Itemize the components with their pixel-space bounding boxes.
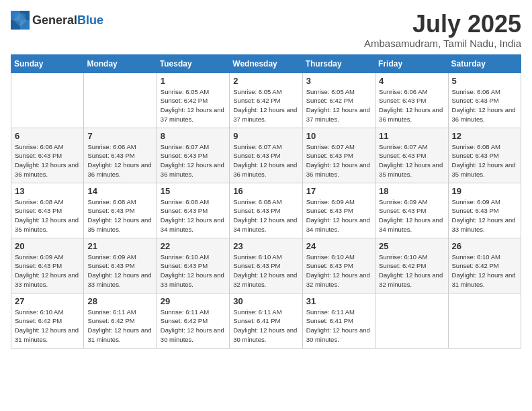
day-number: 29 [161, 296, 226, 306]
day-number: 12 [452, 131, 517, 141]
calendar-cell: 10Sunrise: 6:07 AMSunset: 6:43 PMDayligh… [302, 128, 375, 183]
calendar-cell: 21Sunrise: 6:09 AMSunset: 6:43 PMDayligh… [84, 238, 157, 293]
calendar-cell [11, 73, 84, 128]
calendar-week-5: 27Sunrise: 6:10 AMSunset: 6:42 PMDayligh… [11, 293, 521, 348]
calendar-cell: 6Sunrise: 6:06 AMSunset: 6:43 PMDaylight… [11, 128, 84, 183]
day-number: 18 [379, 186, 444, 196]
calendar-week-1: 1Sunrise: 6:05 AMSunset: 6:42 PMDaylight… [11, 73, 521, 128]
day-info: Sunrise: 6:10 AMSunset: 6:43 PMDaylight:… [233, 253, 297, 288]
calendar-cell: 1Sunrise: 6:05 AMSunset: 6:42 PMDaylight… [157, 73, 229, 128]
day-info: Sunrise: 6:09 AMSunset: 6:43 PMDaylight:… [87, 253, 151, 288]
day-number: 14 [87, 186, 152, 196]
day-info: Sunrise: 6:11 AMSunset: 6:42 PMDaylight:… [87, 308, 151, 343]
calendar-cell: 18Sunrise: 6:09 AMSunset: 6:43 PMDayligh… [375, 183, 448, 238]
calendar-cell: 13Sunrise: 6:08 AMSunset: 6:43 PMDayligh… [11, 183, 84, 238]
day-info: Sunrise: 6:06 AMSunset: 6:43 PMDaylight:… [452, 88, 516, 123]
day-number: 31 [306, 296, 371, 306]
day-info: Sunrise: 6:10 AMSunset: 6:42 PMDaylight:… [379, 253, 443, 288]
day-info: Sunrise: 6:08 AMSunset: 6:43 PMDaylight:… [161, 198, 224, 233]
day-number: 11 [379, 131, 444, 141]
calendar-cell: 23Sunrise: 6:10 AMSunset: 6:43 PMDayligh… [230, 238, 302, 293]
day-number: 23 [233, 241, 298, 251]
day-info: Sunrise: 6:09 AMSunset: 6:43 PMDaylight:… [379, 198, 443, 233]
day-info: Sunrise: 6:05 AMSunset: 6:42 PMDaylight:… [233, 88, 297, 123]
calendar-cell: 25Sunrise: 6:10 AMSunset: 6:42 PMDayligh… [375, 238, 448, 293]
calendar-cell: 16Sunrise: 6:08 AMSunset: 6:43 PMDayligh… [230, 183, 302, 238]
calendar-cell: 31Sunrise: 6:11 AMSunset: 6:41 PMDayligh… [302, 293, 375, 348]
calendar-week-2: 6Sunrise: 6:06 AMSunset: 6:43 PMDaylight… [11, 128, 521, 183]
day-info: Sunrise: 6:09 AMSunset: 6:43 PMDaylight:… [15, 253, 79, 288]
day-number: 27 [15, 296, 80, 306]
day-info: Sunrise: 6:11 AMSunset: 6:41 PMDaylight:… [306, 308, 370, 343]
day-number: 6 [15, 131, 80, 141]
calendar-cell: 14Sunrise: 6:08 AMSunset: 6:43 PMDayligh… [84, 183, 157, 238]
day-number: 15 [161, 186, 226, 196]
calendar-cell [448, 293, 521, 348]
day-number: 3 [306, 76, 371, 86]
title-block: July 2025 Ambasamudram, Tamil Nadu, Indi… [364, 11, 521, 49]
day-info: Sunrise: 6:09 AMSunset: 6:43 PMDaylight:… [306, 198, 370, 233]
day-number: 19 [452, 186, 517, 196]
weekday-header-friday: Friday [375, 54, 448, 73]
weekday-header-tuesday: Tuesday [157, 54, 229, 73]
day-number: 13 [15, 186, 80, 196]
day-info: Sunrise: 6:07 AMSunset: 6:43 PMDaylight:… [233, 143, 297, 178]
month-title: July 2025 [364, 11, 521, 38]
calendar-cell: 15Sunrise: 6:08 AMSunset: 6:43 PMDayligh… [157, 183, 229, 238]
calendar-cell: 28Sunrise: 6:11 AMSunset: 6:42 PMDayligh… [84, 293, 157, 348]
logo: GeneralBlue [11, 11, 103, 30]
day-number: 8 [161, 131, 226, 141]
day-info: Sunrise: 6:09 AMSunset: 6:43 PMDaylight:… [452, 198, 516, 233]
weekday-header-thursday: Thursday [302, 54, 375, 73]
weekday-header-wednesday: Wednesday [230, 54, 302, 73]
calendar-cell [84, 73, 157, 128]
day-number: 28 [87, 296, 152, 306]
calendar-cell: 12Sunrise: 6:08 AMSunset: 6:43 PMDayligh… [448, 128, 521, 183]
calendar-cell [375, 293, 448, 348]
day-info: Sunrise: 6:06 AMSunset: 6:43 PMDaylight:… [15, 143, 79, 178]
day-info: Sunrise: 6:11 AMSunset: 6:41 PMDaylight:… [233, 308, 297, 343]
day-info: Sunrise: 6:10 AMSunset: 6:43 PMDaylight:… [161, 253, 224, 288]
weekday-header-monday: Monday [84, 54, 157, 73]
day-number: 16 [233, 186, 298, 196]
day-number: 10 [306, 131, 371, 141]
day-info: Sunrise: 6:08 AMSunset: 6:43 PMDaylight:… [87, 198, 151, 233]
day-info: Sunrise: 6:08 AMSunset: 6:43 PMDaylight:… [15, 198, 79, 233]
calendar-cell: 19Sunrise: 6:09 AMSunset: 6:43 PMDayligh… [448, 183, 521, 238]
day-number: 25 [379, 241, 444, 251]
day-info: Sunrise: 6:07 AMSunset: 6:43 PMDaylight:… [379, 143, 443, 178]
day-number: 5 [452, 76, 517, 86]
calendar-cell: 7Sunrise: 6:06 AMSunset: 6:43 PMDaylight… [84, 128, 157, 183]
day-info: Sunrise: 6:08 AMSunset: 6:43 PMDaylight:… [233, 198, 297, 233]
day-number: 7 [87, 131, 152, 141]
calendar-week-3: 13Sunrise: 6:08 AMSunset: 6:43 PMDayligh… [11, 183, 521, 238]
day-number: 17 [306, 186, 371, 196]
day-info: Sunrise: 6:11 AMSunset: 6:42 PMDaylight:… [161, 308, 224, 343]
day-number: 9 [233, 131, 298, 141]
day-number: 30 [233, 296, 298, 306]
page-header: GeneralBlue July 2025 Ambasamudram, Tami… [11, 11, 521, 49]
day-info: Sunrise: 6:10 AMSunset: 6:43 PMDaylight:… [306, 253, 370, 288]
day-number: 22 [161, 241, 226, 251]
calendar-cell: 22Sunrise: 6:10 AMSunset: 6:43 PMDayligh… [157, 238, 229, 293]
day-info: Sunrise: 6:08 AMSunset: 6:43 PMDaylight:… [452, 143, 516, 178]
day-number: 24 [306, 241, 371, 251]
day-number: 2 [233, 76, 298, 86]
day-number: 1 [161, 76, 226, 86]
calendar-cell: 9Sunrise: 6:07 AMSunset: 6:43 PMDaylight… [230, 128, 302, 183]
calendar-cell: 20Sunrise: 6:09 AMSunset: 6:43 PMDayligh… [11, 238, 84, 293]
calendar-cell: 30Sunrise: 6:11 AMSunset: 6:41 PMDayligh… [230, 293, 302, 348]
day-info: Sunrise: 6:07 AMSunset: 6:43 PMDaylight:… [306, 143, 370, 178]
calendar-table: SundayMondayTuesdayWednesdayThursdayFrid… [11, 54, 521, 349]
calendar-cell: 29Sunrise: 6:11 AMSunset: 6:42 PMDayligh… [157, 293, 229, 348]
calendar-cell: 27Sunrise: 6:10 AMSunset: 6:42 PMDayligh… [11, 293, 84, 348]
calendar-week-4: 20Sunrise: 6:09 AMSunset: 6:43 PMDayligh… [11, 238, 521, 293]
calendar-cell: 11Sunrise: 6:07 AMSunset: 6:43 PMDayligh… [375, 128, 448, 183]
calendar-cell: 24Sunrise: 6:10 AMSunset: 6:43 PMDayligh… [302, 238, 375, 293]
day-info: Sunrise: 6:05 AMSunset: 6:42 PMDaylight:… [161, 88, 224, 123]
day-number: 4 [379, 76, 444, 86]
weekday-header-sunday: Sunday [11, 54, 84, 73]
calendar-cell: 17Sunrise: 6:09 AMSunset: 6:43 PMDayligh… [302, 183, 375, 238]
logo-icon [11, 11, 30, 30]
day-info: Sunrise: 6:06 AMSunset: 6:43 PMDaylight:… [87, 143, 151, 178]
